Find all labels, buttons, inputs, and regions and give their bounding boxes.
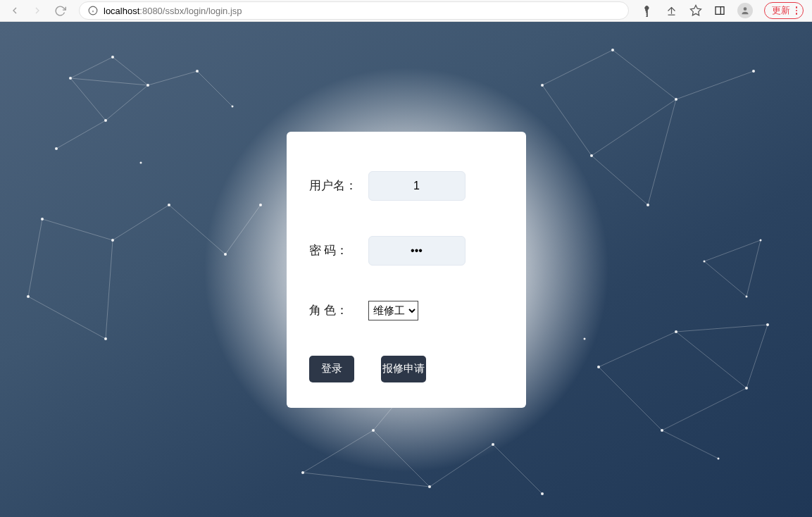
username-input[interactable] (368, 171, 466, 201)
username-label: 用户名： (309, 177, 368, 194)
svg-line-10 (70, 78, 106, 120)
svg-line-68 (676, 332, 747, 388)
svg-point-6 (743, 7, 747, 11)
svg-point-64 (704, 261, 706, 263)
svg-line-37 (373, 430, 430, 487)
svg-point-55 (541, 84, 544, 87)
svg-line-14 (197, 71, 232, 106)
svg-line-25 (225, 205, 261, 254)
key-icon[interactable] (642, 4, 654, 17)
svg-point-15 (69, 77, 72, 80)
svg-point-80 (584, 338, 586, 340)
svg-point-34 (27, 295, 30, 298)
svg-point-60 (647, 204, 649, 206)
kebab-icon (796, 6, 798, 15)
svg-line-70 (599, 367, 662, 430)
refresh-button[interactable] (54, 4, 66, 17)
svg-line-38 (303, 473, 430, 487)
svg-line-22 (42, 219, 113, 240)
svg-line-11 (70, 78, 148, 85)
svg-point-75 (675, 330, 677, 333)
svg-line-49 (613, 50, 676, 99)
svg-line-12 (56, 120, 106, 149)
svg-point-16 (111, 56, 114, 58)
svg-line-8 (113, 57, 148, 85)
svg-line-48 (542, 50, 613, 85)
svg-point-32 (224, 253, 227, 256)
role-label: 角 色： (309, 302, 368, 318)
svg-point-29 (41, 218, 44, 220)
svg-point-65 (760, 239, 762, 242)
svg-line-13 (148, 71, 197, 85)
star-icon[interactable] (689, 4, 702, 17)
password-input[interactable] (368, 236, 466, 266)
info-icon (88, 6, 98, 15)
svg-point-31 (168, 204, 170, 206)
svg-line-71 (676, 325, 768, 332)
update-button[interactable]: 更新 (764, 2, 804, 19)
svg-point-46 (541, 492, 544, 495)
share-icon[interactable] (666, 4, 678, 17)
profile-avatar[interactable] (737, 3, 753, 18)
svg-line-72 (747, 325, 768, 388)
svg-point-21 (232, 106, 234, 108)
svg-point-66 (746, 296, 748, 298)
svg-line-63 (704, 261, 747, 297)
svg-line-40 (493, 444, 542, 494)
svg-point-57 (675, 98, 677, 101)
svg-point-19 (55, 147, 58, 150)
svg-point-79 (718, 458, 720, 460)
role-select[interactable]: 维修工 (368, 301, 418, 320)
page-background: 用户名： 密 码： 角 色： 维修工 登录 报修申请 (0, 22, 812, 517)
svg-line-39 (430, 444, 493, 487)
svg-point-77 (661, 429, 663, 432)
password-label: 密 码： (309, 242, 368, 258)
svg-point-30 (111, 239, 114, 242)
svg-point-44 (428, 485, 431, 488)
svg-point-58 (590, 154, 593, 157)
svg-line-26 (28, 219, 42, 297)
svg-line-27 (28, 297, 106, 339)
svg-point-35 (104, 337, 107, 340)
svg-line-23 (113, 205, 169, 240)
login-card: 用户名： 密 码： 角 色： 维修工 登录 报修申请 (287, 132, 526, 408)
svg-point-45 (492, 443, 494, 446)
svg-point-42 (301, 471, 304, 474)
svg-point-18 (104, 119, 107, 122)
svg-line-52 (676, 71, 754, 99)
svg-line-53 (592, 156, 648, 205)
svg-point-20 (196, 70, 199, 73)
svg-line-7 (70, 57, 113, 78)
report-button[interactable]: 报修申请 (381, 356, 426, 382)
svg-line-24 (169, 205, 225, 254)
svg-line-69 (662, 388, 747, 430)
svg-point-59 (752, 70, 755, 73)
browser-toolbar: localhost:8080/ssbx/login/login.jsp 更新 (0, 0, 812, 22)
svg-rect-4 (716, 7, 724, 15)
svg-point-56 (611, 49, 614, 51)
svg-point-33 (259, 204, 262, 206)
svg-line-61 (704, 240, 761, 261)
address-bar[interactable]: localhost:8080/ssbx/login/login.jsp (79, 1, 629, 20)
panel-icon[interactable] (713, 4, 726, 17)
svg-marker-3 (690, 6, 701, 15)
svg-line-51 (542, 85, 592, 156)
svg-line-67 (599, 332, 676, 367)
svg-point-74 (597, 366, 600, 368)
svg-point-17 (146, 84, 149, 87)
svg-line-73 (662, 430, 718, 459)
login-button[interactable]: 登录 (309, 356, 354, 382)
svg-line-62 (747, 240, 761, 297)
svg-point-78 (766, 323, 769, 326)
svg-point-81 (140, 162, 142, 164)
url-text: localhost:8080/ssbx/login/login.jsp (104, 6, 620, 16)
svg-line-36 (303, 430, 373, 473)
svg-point-76 (745, 387, 748, 390)
svg-point-43 (372, 429, 375, 432)
back-button[interactable] (8, 4, 21, 17)
svg-line-28 (106, 240, 113, 339)
update-label: 更新 (772, 4, 790, 17)
forward-button[interactable] (31, 4, 44, 17)
svg-line-9 (106, 85, 148, 120)
